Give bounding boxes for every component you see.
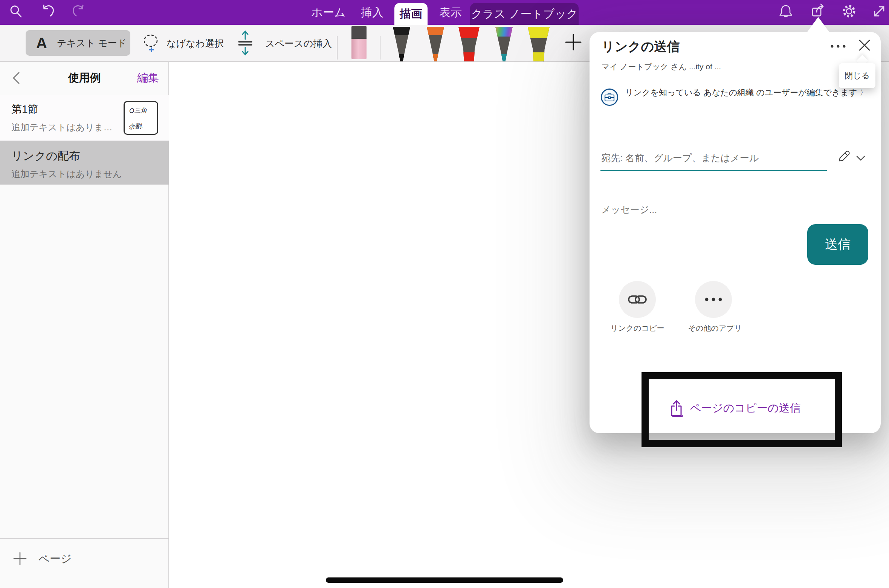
- message-input[interactable]: [600, 198, 847, 221]
- tab-home[interactable]: ホーム: [310, 0, 347, 25]
- add-pen-plus-icon[interactable]: [564, 32, 583, 52]
- page-list-item-selected[interactable]: リンクの配布 追加テキストはありません: [0, 141, 169, 185]
- send-page-copy-label: ページのコピーの送信: [690, 401, 800, 416]
- page-preview-text: 追加テキストはありません: [11, 168, 122, 180]
- home-indicator[interactable]: [326, 577, 563, 583]
- dialog-title: リンクの送信: [602, 38, 680, 55]
- chevron-down-icon[interactable]: [855, 154, 866, 162]
- thumbnail-handwriting-line: O三角: [129, 107, 147, 114]
- link-permission-text[interactable]: リンクを知っている あなたの組織 のユーザーが編集できます 〉: [625, 86, 874, 99]
- undo-icon[interactable]: [40, 3, 57, 20]
- page-list-item[interactable]: 第1節 追加テキストはありま… O三角 余割.: [0, 95, 169, 141]
- recipient-field-wrap: [600, 145, 827, 171]
- chevron-right-icon: 〉: [860, 88, 868, 97]
- eraser-cap: [351, 26, 367, 39]
- page-thumbnail: O三角 余割.: [124, 101, 158, 135]
- page-preview-text: 追加テキストはありま…: [11, 121, 113, 133]
- tab-home-label: ホーム: [311, 5, 345, 20]
- share-page-icon: [669, 400, 684, 417]
- insert-space-icon[interactable]: [237, 30, 254, 56]
- thumbnail-handwriting-line: 余割.: [128, 123, 144, 130]
- insert-space-label[interactable]: スペースの挿入: [265, 37, 332, 50]
- text-mode-button[interactable]: A テキスト モード: [26, 30, 130, 56]
- tab-class-notebook-label: クラス ノートブック: [471, 6, 578, 22]
- yellow-highlighter-tool[interactable]: [528, 27, 550, 61]
- handwriting-pencil-icon[interactable]: [836, 149, 851, 164]
- eraser-body: [351, 39, 367, 59]
- tab-class-notebook[interactable]: クラス ノートブック: [470, 3, 579, 25]
- text-mode-label: テキスト モード: [57, 37, 127, 49]
- more-apps-button[interactable]: [695, 281, 732, 318]
- orange-pen-tool[interactable]: [426, 27, 445, 61]
- dialog-popover-caret: [807, 17, 829, 32]
- notebook-path: マイ ノートブック さん ...ity of ...: [602, 61, 721, 72]
- organization-briefcase-icon[interactable]: [601, 89, 618, 106]
- settings-gear-icon[interactable]: [841, 3, 857, 20]
- page-title: リンクの配布: [11, 148, 80, 164]
- black-pen-tool[interactable]: [392, 27, 411, 61]
- lasso-select-label[interactable]: なげなわ選択: [166, 37, 224, 50]
- top-app-bar: ホーム 挿入 描画 表示 クラス ノートブック: [0, 0, 889, 25]
- tab-view-label: 表示: [439, 5, 462, 20]
- close-tooltip: 閉じる: [839, 63, 875, 88]
- sidebar-header: 使用例 編集: [0, 61, 169, 95]
- notifications-bell-icon[interactable]: [777, 3, 794, 20]
- recipient-input[interactable]: [600, 145, 828, 171]
- send-link-dialog: リンクの送信 マイ ノートブック さん ...ity of ... リンクを知っ…: [590, 32, 881, 433]
- copy-link-label: リンクのコピー: [596, 323, 679, 333]
- add-page-label: ページ: [38, 551, 72, 566]
- tab-view[interactable]: 表示: [433, 0, 468, 25]
- add-page-button[interactable]: ページ: [0, 538, 169, 588]
- permission-text: リンクを知っている あなたの組織 のユーザーが編集できます: [625, 88, 857, 97]
- page-title: 第1節: [11, 102, 38, 116]
- red-highlighter-tool[interactable]: [458, 27, 480, 61]
- more-options-icon[interactable]: [829, 41, 847, 52]
- copy-link-button[interactable]: [619, 281, 656, 318]
- send-button[interactable]: 送信: [807, 224, 868, 265]
- page-list-sidebar: 使用例 編集 第1節 追加テキストはありま… O三角 余割. リンクの配布 追加…: [0, 61, 169, 588]
- tab-draw-selected[interactable]: 描画: [394, 3, 428, 25]
- search-icon[interactable]: [9, 5, 23, 18]
- fullscreen-expand-icon[interactable]: [871, 3, 887, 20]
- tab-draw-label: 描画: [400, 6, 422, 22]
- more-apps-label: その他のアプリ: [674, 323, 756, 333]
- lasso-select-icon[interactable]: [141, 32, 161, 53]
- redo-icon[interactable]: [70, 3, 87, 20]
- eraser-tool[interactable]: [351, 26, 367, 59]
- send-page-copy-button[interactable]: ページのコピーの送信: [590, 395, 881, 422]
- ellipsis-icon: [704, 297, 723, 302]
- add-page-plus-icon: [13, 551, 27, 566]
- rainbow-pen-tool[interactable]: [495, 27, 513, 61]
- tab-insert[interactable]: 挿入: [354, 0, 390, 25]
- edit-pages-button[interactable]: 編集: [137, 70, 159, 86]
- onenote-app: ホーム 挿入 描画 表示 クラス ノートブック: [0, 0, 889, 588]
- tab-insert-label: 挿入: [361, 5, 383, 20]
- toolbar-divider: [337, 36, 338, 60]
- text-mode-a-icon: A: [36, 35, 47, 50]
- link-icon: [628, 292, 647, 307]
- close-icon[interactable]: [858, 38, 871, 52]
- toolbar-divider: [380, 36, 380, 60]
